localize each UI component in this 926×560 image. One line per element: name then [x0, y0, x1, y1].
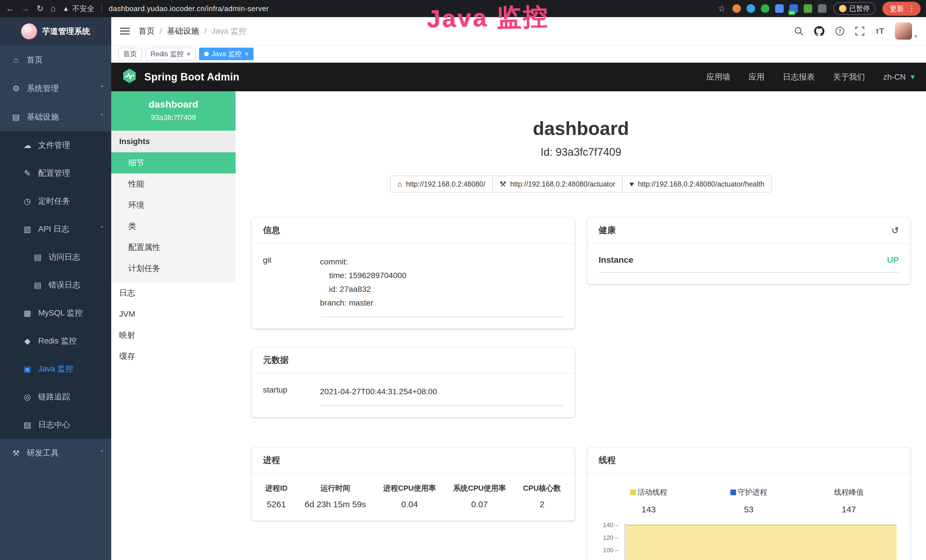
page-title: dashboard [251, 118, 910, 139]
insights-item-details[interactable]: 细节 [111, 152, 236, 173]
menu-item-caches[interactable]: 缓存 [111, 346, 236, 367]
breadcrumb-home[interactable]: 首页 [139, 26, 154, 36]
paused-badge[interactable]: 已暂停 [833, 2, 876, 15]
security-label: 不安全 [72, 4, 94, 14]
process-col-cpus: CPU核心数 2 [523, 483, 561, 509]
sba-nav-about[interactable]: 关于我们 [833, 72, 865, 82]
address-url[interactable]: dashboard.yudao.iocoder.cn/infra/admin-s… [109, 4, 269, 13]
extension-icon-1[interactable] [732, 4, 741, 13]
insights-item-classes[interactable]: 类 [111, 216, 236, 237]
sidebar-item-error-logs[interactable]: ▤ 错误日志 [0, 271, 111, 299]
history-icon[interactable]: ↺ [891, 225, 899, 236]
base-url-button[interactable]: ⌂ http://192.168.0.2:48080/ [390, 176, 493, 192]
sba-nav-journal[interactable]: 日志报表 [783, 72, 815, 82]
chart-plot-area [625, 524, 897, 560]
instance-links: ⌂ http://192.168.0.2:48080/ ⚒ http://192… [251, 176, 910, 192]
avatar[interactable] [895, 23, 912, 40]
app-logo[interactable]: 芋道管理系统 [0, 17, 111, 45]
insights-item-metrics[interactable]: 性能 [111, 173, 236, 195]
search-icon[interactable] [794, 27, 803, 36]
chevron-down-icon: ˇ [101, 84, 103, 93]
browser-chrome: ← → ↻ ⌂ ▲ 不安全 dashboard.yudao.iocoder.cn… [0, 0, 926, 17]
monitor-icon: ▤ [11, 112, 21, 122]
user-menu[interactable]: ▾ [895, 23, 917, 40]
health-url-button[interactable]: ♥ http://192.168.0.2:48080/actuator/heal… [622, 176, 772, 192]
breadcrumb-separator: / [160, 27, 162, 36]
security-warning[interactable]: ▲ 不安全 [62, 4, 94, 14]
ytick-100: 100 [599, 548, 618, 553]
sidebar-item-config[interactable]: ✎ 配置管理 [0, 159, 111, 187]
warning-icon: ▲ [62, 5, 69, 12]
info-key: git [263, 255, 320, 317]
tags-view-bar: 首页 Redis 监控 × Java 监控 × [111, 45, 926, 63]
insights-item-configprops[interactable]: 配置属性 [111, 237, 236, 258]
tab-java-monitor[interactable]: Java 监控 × [199, 48, 254, 60]
insights-item-environment[interactable]: 环境 [111, 195, 236, 216]
legend-peak-threads: 线程峰值 147 [799, 487, 899, 515]
github-icon[interactable] [814, 26, 825, 36]
sba-sidebar: dashboard 93a3fc7f7409 Insights 细节 性能 环境… [111, 91, 236, 560]
close-icon[interactable]: × [244, 50, 248, 58]
extension-icon-5[interactable]: on [790, 4, 798, 13]
forward-icon[interactable]: → [21, 4, 30, 13]
insights-item-scheduledtasks[interactable]: 计划任务 [111, 258, 236, 279]
update-button[interactable]: 更新 ⋮ [882, 2, 921, 16]
navbar: 首页 / 基础设施 / Java 监控 ? [111, 17, 926, 45]
extension-icon-4[interactable] [775, 4, 784, 13]
sidebar-item-infra[interactable]: ▤ 基础设施 ˆ [0, 103, 111, 131]
sidebar-item-system[interactable]: ⚙ 系统管理 ˇ [0, 74, 111, 103]
help-icon[interactable]: ? [835, 27, 844, 36]
extension-icon-6[interactable] [803, 4, 812, 13]
sba-nav-applications[interactable]: 应用 [749, 72, 764, 82]
bookmark-star-icon[interactable]: ☆ [718, 4, 726, 13]
home-icon[interactable]: ⌂ [50, 4, 56, 13]
browser-menu-kebab-icon[interactable]: ⋮ [908, 5, 915, 12]
breadcrumb: 首页 / 基础设施 / Java 监控 [139, 26, 247, 36]
instance-header[interactable]: dashboard 93a3fc7f7409 [111, 91, 236, 131]
reload-icon[interactable]: ↻ [36, 4, 44, 13]
extensions-puzzle-icon[interactable] [818, 4, 826, 13]
sidebar-item-scheduled-jobs[interactable]: ◷ 定时任务 [0, 187, 111, 215]
close-icon[interactable]: × [186, 50, 191, 58]
tab-home[interactable]: 首页 [118, 48, 142, 60]
on-badge: on [788, 10, 795, 15]
extension-icon-2[interactable] [747, 4, 755, 13]
info-card-title: 信息 [251, 218, 575, 244]
fullscreen-icon[interactable] [855, 27, 864, 36]
live-threads-area [626, 525, 897, 560]
process-col-uptime: 运行时间 6d 23h 15m 59s [304, 483, 366, 509]
sidebar-item-log-center[interactable]: ▤ 日志中心 [0, 411, 111, 439]
sidebar-item-api-logs[interactable]: ▥ API 日志 ˆ [0, 215, 111, 243]
metadata-key: startup [263, 385, 320, 406]
database-icon: ▦ [23, 309, 32, 318]
extension-icon-3[interactable] [761, 4, 769, 13]
sidebar-item-tracing[interactable]: ◎ 链路追踪 [0, 383, 111, 411]
back-icon[interactable]: ← [6, 4, 14, 13]
sba-nav-wallboard[interactable]: 应用墙 [707, 72, 730, 82]
home-icon: ⌂ [398, 180, 402, 189]
sidebar-item-devtools[interactable]: ⚒ 研发工具 ˇ [0, 439, 111, 467]
chevron-up-icon: ˆ [101, 225, 103, 234]
cloud-icon: ☁ [23, 141, 32, 150]
breadcrumb-infra[interactable]: 基础设施 [167, 26, 199, 36]
sidebar-item-java-monitor[interactable]: ▣ Java 监控 [0, 355, 111, 383]
menu-item-jvm[interactable]: JVM [111, 304, 236, 325]
menu-item-logs[interactable]: 日志 [111, 282, 236, 304]
sidebar-item-files[interactable]: ☁ 文件管理 [0, 131, 111, 159]
threads-card-title: 线程 [587, 448, 910, 474]
sidebar-item-redis-monitor[interactable]: ◆ Redis 监控 [0, 327, 111, 355]
infra-submenu: ☁ 文件管理 ✎ 配置管理 ◷ 定时任务 ▥ API 日志 ˆ [0, 131, 111, 439]
process-col-process-cpu: 进程CPU使用率 0.04 [383, 483, 436, 509]
font-size-icon[interactable]: тT [875, 27, 884, 36]
actuator-url-button[interactable]: ⚒ http://192.168.0.2:48080/actuator [492, 176, 623, 192]
tab-redis-monitor[interactable]: Redis 监控 × [145, 48, 196, 60]
navbar-actions: ? тT ▾ [794, 23, 926, 40]
sidebar-item-home[interactable]: ⌂ 首页 [0, 45, 111, 74]
hamburger-icon[interactable] [111, 28, 139, 35]
wrench-icon: ⚒ [500, 180, 506, 189]
sidebar-item-mysql-monitor[interactable]: ▦ MySQL 监控 [0, 299, 111, 327]
sidebar-item-access-logs[interactable]: ▤ 访问日志 [0, 243, 111, 271]
paused-label: 已暂停 [849, 4, 870, 13]
locale-selector[interactable]: zh-CN ▼ [883, 73, 916, 82]
menu-item-mappings[interactable]: 映射 [111, 325, 236, 346]
